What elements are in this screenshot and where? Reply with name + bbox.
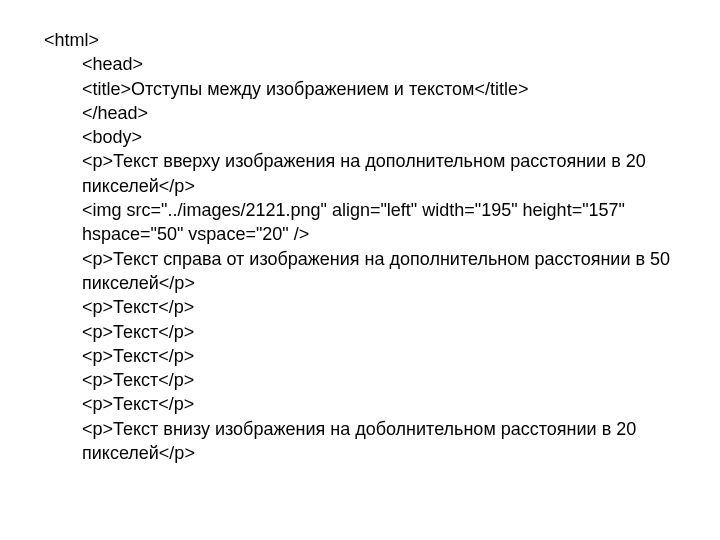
- code-line: <p>Текст</p>: [82, 295, 676, 319]
- code-line: <p>Текст внизу изображения на доболнител…: [82, 417, 676, 466]
- code-line: <body>: [82, 125, 676, 149]
- title-text: Отступы между изображением и текстом: [131, 79, 474, 99]
- code-line: <title>Отступы между изображением и текс…: [82, 77, 676, 101]
- code-line: <p>Текст вверху изображения на дополните…: [82, 149, 676, 198]
- code-line: <img src="../images/2121.png" align="lef…: [82, 198, 676, 247]
- code-line: <head>: [82, 52, 676, 76]
- code-line: <p>Текст</p>: [82, 320, 676, 344]
- tag-open: <title>: [82, 79, 131, 99]
- tag-close: </title>: [474, 79, 528, 99]
- code-line: <p>Текст</p>: [82, 368, 676, 392]
- code-block: <html> <head> <title>Отступы между изобр…: [0, 0, 720, 465]
- code-line: <html>: [44, 28, 676, 52]
- code-line: </head>: [82, 101, 676, 125]
- code-line: <p>Текст</p>: [82, 344, 676, 368]
- code-line: <p>Текст справа от изображения на дополн…: [82, 247, 676, 296]
- code-line: <p>Текст</p>: [82, 392, 676, 416]
- code-indent: <head> <title>Отступы между изображением…: [44, 52, 676, 465]
